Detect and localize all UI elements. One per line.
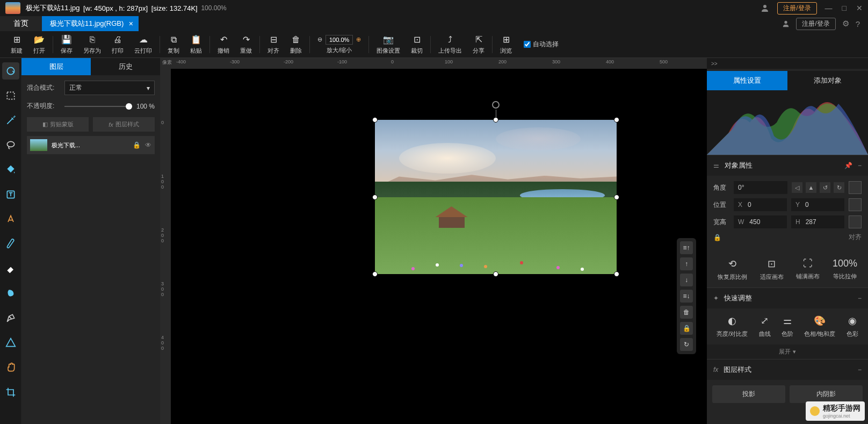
curves-button[interactable]: ⤢曲线 [759, 315, 771, 338]
upload-button[interactable]: ⤴上传导出 [433, 33, 467, 56]
close-button[interactable]: ✕ [856, 4, 863, 12]
maximize-button[interactable]: □ [842, 4, 847, 12]
hue-button[interactable]: 🎨色相/饱和度 [804, 315, 835, 338]
expand-button[interactable]: 展开 ▾ [707, 344, 868, 359]
minus-icon[interactable]: − [858, 294, 862, 302]
login-button-tabs[interactable]: 注册/登录 [796, 18, 835, 30]
flip-h-icon[interactable]: ◁ [792, 182, 802, 193]
move-tool[interactable] [2, 62, 19, 80]
magic-wand-tool[interactable] [2, 112, 19, 129]
position-y-input[interactable]: Y0 [791, 198, 844, 211]
type-tool[interactable] [2, 211, 19, 228]
color-swatch-1[interactable] [849, 181, 862, 194]
pen-tool[interactable] [2, 310, 19, 327]
resize-handle-bc[interactable] [493, 271, 498, 277]
undo-button[interactable]: ↶撤销 [212, 33, 235, 56]
brush-tool[interactable] [2, 235, 19, 253]
move-down-icon[interactable]: ↓ [680, 274, 693, 286]
lock-action-icon[interactable]: 🔒 [680, 322, 693, 335]
layers-tab[interactable]: 图层 [21, 58, 91, 75]
minimize-button[interactable]: — [825, 4, 833, 12]
trash-icon[interactable]: 🗑 [680, 306, 693, 319]
position-x-input[interactable]: X0 [734, 198, 787, 211]
crop-button[interactable]: ⊡裁切 [406, 33, 428, 56]
zoom-out-icon[interactable]: ⊖ [317, 36, 322, 43]
layer-style-header[interactable]: fx 图层样式 − [707, 359, 868, 380]
add-object-tab[interactable]: 添加对象 [787, 71, 868, 90]
pin-icon[interactable]: 📌 [844, 162, 852, 169]
saveas-button[interactable]: ⎘另存为 [78, 33, 106, 56]
auto-select-input[interactable] [524, 41, 531, 48]
canvas-area[interactable]: 像素 -400-300 -200-100 0100 200300 400500 … [160, 58, 707, 424]
resize-handle-mr[interactable] [614, 195, 619, 200]
clip-mask-button[interactable]: ◧剪贴蒙版 [27, 117, 89, 132]
scale-100-button[interactable]: 100%等比拉伸 [833, 258, 857, 281]
file-tab[interactable]: 极光下载站11.jpg(RGB) × [42, 16, 139, 31]
share-button[interactable]: ⇱分享 [467, 33, 490, 56]
crop-tool-left[interactable] [2, 384, 19, 401]
zoom-in-icon[interactable]: ⊕ [356, 36, 361, 43]
close-tab-icon[interactable]: × [129, 19, 133, 28]
color-swatch-3[interactable] [849, 215, 862, 228]
help-icon[interactable]: ? [856, 19, 860, 28]
height-input[interactable]: H287 [791, 215, 844, 228]
print-button[interactable]: 🖨打印 [106, 33, 129, 56]
width-input[interactable]: W450 [734, 215, 787, 228]
fit-canvas-button[interactable]: ⊡适应画布 [760, 258, 784, 281]
rotate-handle[interactable] [492, 101, 500, 109]
resize-handle-tr[interactable] [614, 117, 619, 123]
restore-ratio-button[interactable]: ⟲恢复原比例 [718, 258, 747, 281]
rotate-right-icon[interactable]: ↻ [834, 182, 844, 193]
brightness-button[interactable]: ◐亮度/对比度 [717, 315, 748, 338]
new-button[interactable]: ⊞新建 [5, 33, 28, 56]
auto-select-checkbox[interactable]: 自动选择 [524, 40, 559, 49]
minus-icon[interactable]: − [858, 366, 862, 373]
object-props-header[interactable]: ⚌ 对象属性 📌 − [707, 155, 868, 176]
paste-button[interactable]: 📋粘贴 [185, 33, 207, 56]
align-button[interactable]: ⊟对齐 [262, 33, 285, 56]
move-up-icon[interactable]: ↑ [680, 257, 693, 270]
resize-handle-ml[interactable] [372, 195, 378, 200]
resize-handle-bl[interactable] [372, 271, 378, 277]
eraser-tool[interactable] [2, 260, 19, 277]
visibility-icon[interactable]: 👁 [145, 141, 151, 149]
properties-tab[interactable]: 属性设置 [707, 71, 787, 90]
copy-button[interactable]: ⧉复制 [162, 33, 185, 56]
fill-tool[interactable] [2, 161, 19, 178]
minus-icon[interactable]: − [858, 162, 862, 169]
zoom-value[interactable]: 100.0% [326, 35, 353, 45]
refresh-icon[interactable]: ↻ [680, 338, 693, 351]
imgsettings-button[interactable]: 📷图像设置 [371, 33, 406, 56]
delete-button[interactable]: 🗑删除 [285, 33, 307, 56]
levels-button[interactable]: ⚌色阶 [782, 315, 793, 338]
open-button[interactable]: 📂打开 [28, 33, 50, 56]
fill-canvas-button[interactable]: ⛶铺满画布 [796, 258, 820, 281]
layer-style-button[interactable]: fx图层样式 [93, 117, 155, 132]
settings-icon[interactable]: ⚙ [842, 19, 849, 28]
login-button-top[interactable]: 注册/登录 [777, 2, 816, 15]
history-tab[interactable]: 历史 [91, 58, 160, 75]
hand-tool[interactable] [2, 359, 19, 376]
angle-input[interactable]: 0° [734, 181, 787, 194]
color-swatch-2[interactable] [849, 198, 862, 211]
projection-button[interactable]: 投影 [712, 385, 785, 403]
lasso-tool[interactable] [2, 136, 19, 154]
layer-item[interactable]: 极光下载... 🔒 👁 [27, 136, 155, 154]
flip-v-icon[interactable]: ▲ [806, 182, 816, 193]
zoom-control[interactable]: ⊖ 100.0% ⊕ 放大/缩小 [312, 33, 366, 56]
blend-mode-select[interactable]: 正常 ▾ [64, 81, 155, 95]
resize-handle-tl[interactable] [372, 117, 378, 123]
text-tool[interactable] [2, 186, 19, 203]
canvas-image[interactable] [375, 120, 617, 274]
panel-collapse[interactable]: >> [707, 58, 868, 69]
resize-handle-br[interactable] [614, 271, 619, 277]
cloudprint-button[interactable]: ☁云打印 [129, 33, 157, 56]
rotate-left-icon[interactable]: ↺ [820, 182, 830, 193]
marquee-tool[interactable] [2, 87, 19, 104]
resize-handle-tc[interactable] [493, 117, 498, 123]
shape-tool[interactable] [2, 334, 19, 351]
smudge-tool[interactable] [2, 285, 19, 302]
lock-icon[interactable]: 🔒 [133, 141, 141, 149]
quick-adjust-header[interactable]: ✦ 快速调整 − [707, 288, 868, 308]
opacity-slider[interactable] [64, 106, 132, 107]
